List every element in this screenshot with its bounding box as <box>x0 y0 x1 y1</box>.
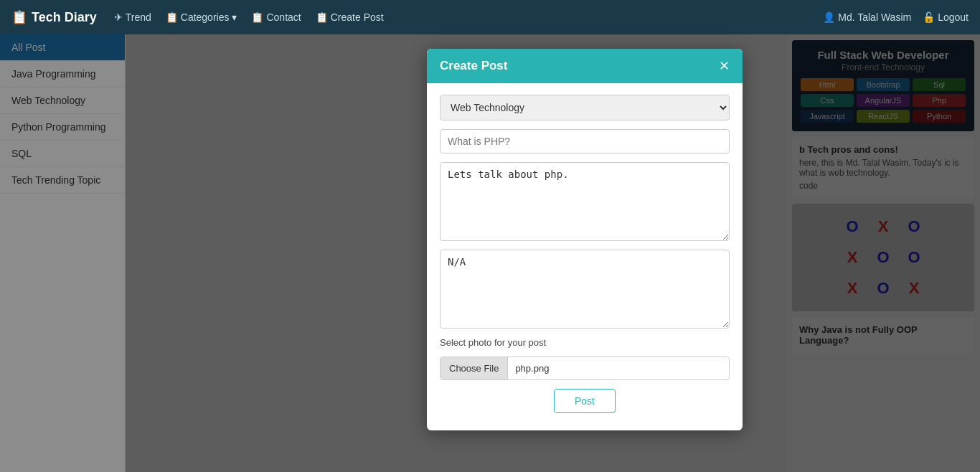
contact-icon: 📋 <box>251 11 263 23</box>
brand-link[interactable]: 📋 Tech Diary <box>11 9 97 25</box>
modal-footer: Post <box>440 389 730 416</box>
nav-contact[interactable]: 📋 Contact <box>251 11 301 23</box>
modal-title: Create Post <box>440 59 507 73</box>
logout-link[interactable]: 🔓 Logout <box>923 11 969 23</box>
user-link[interactable]: 👤 Md. Talal Wasim <box>823 11 911 23</box>
page-body: All Post Java Programming Web Technology… <box>0 34 980 472</box>
modal-close-button[interactable]: ✕ <box>719 60 730 72</box>
nav-categories[interactable]: 📋 Categories ▾ <box>166 11 237 23</box>
post-body-textarea[interactable] <box>440 162 730 241</box>
brand-icon: 📋 <box>11 9 27 25</box>
post-button[interactable]: Post <box>554 389 616 413</box>
categories-icon: 📋 <box>166 11 178 23</box>
photo-label: Select photo for your post <box>440 337 730 348</box>
modal-header: Create Post ✕ <box>427 49 743 83</box>
brand-label: Tech Diary <box>32 10 97 25</box>
choose-file-button[interactable]: Choose File <box>440 357 508 379</box>
file-name-display: php.png <box>508 357 729 379</box>
navbar: 📋 Tech Diary ✈ Trend 📋 Categories ▾ 📋 Co… <box>0 0 980 34</box>
navbar-right: 👤 Md. Talal Wasim 🔓 Logout <box>823 11 969 23</box>
modal-body: Web Technology Java Programming Python P… <box>427 83 743 430</box>
trend-icon: ✈ <box>114 11 123 23</box>
user-icon: 👤 <box>823 11 835 23</box>
nav-links: ✈ Trend 📋 Categories ▾ 📋 Contact 📋 Creat… <box>114 11 824 23</box>
file-input-row: Choose File php.png <box>440 357 730 380</box>
create-post-modal: Create Post ✕ Web Technology Java Progra… <box>427 49 743 430</box>
logout-icon: 🔓 <box>923 11 935 23</box>
post-second-textarea[interactable] <box>440 250 730 329</box>
create-post-icon: 📋 <box>316 11 328 23</box>
category-select[interactable]: Web Technology Java Programming Python P… <box>440 95 730 121</box>
chevron-down-icon: ▾ <box>232 11 237 23</box>
post-title-input[interactable] <box>440 129 730 154</box>
nav-trend[interactable]: ✈ Trend <box>114 11 151 23</box>
nav-create-post[interactable]: 📋 Create Post <box>316 11 384 23</box>
